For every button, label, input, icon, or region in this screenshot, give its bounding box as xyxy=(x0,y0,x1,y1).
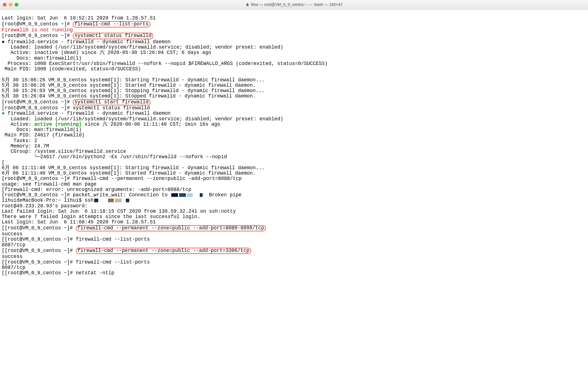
highlighted-command: systemctl status firewalld xyxy=(73,33,153,39)
log-line: 6月 06 11:11:40 VM_0_9_centos systemd[1]:… xyxy=(2,170,256,176)
line: Tasks: 2 xyxy=(2,138,37,144)
prompt: [root@VM_0_9_centos ~]# xyxy=(2,99,73,105)
line: Docs: man:firewalld(1) xyxy=(2,127,82,132)
line: 8087/tcp xyxy=(2,242,25,248)
prompt: [root@VM_0_9_centos ~]# xyxy=(5,259,76,265)
line: Process: 1008 ExecStart=/usr/sbin/firewa… xyxy=(2,61,328,66)
prompt: [root@VM_0_9_centos ~]# xyxy=(2,176,73,181)
redacted-block xyxy=(171,193,178,197)
status-dot-icon xyxy=(2,110,5,116)
line: Last login: Sat Jun 6 11:08:45 2020 from… xyxy=(2,219,156,225)
command: systemctl status firewalld xyxy=(73,105,150,111)
redacted-block xyxy=(108,199,114,202)
redacted-block xyxy=(126,199,129,202)
log-line: 5月 30 15:26:03 VM_0_9_centos systemd[1]:… xyxy=(2,88,265,94)
line: Broken pipe xyxy=(206,192,242,198)
highlighted-command: systemctl start firewalld xyxy=(73,99,150,106)
line: firewalld.service - firewalld - dynamic … xyxy=(5,39,171,45)
error-line: FirewallD is not running xyxy=(2,27,73,33)
prompt: [root@VM_0_9_centos ~]# xyxy=(5,270,76,276)
line: usage: see firewall-cmd man page xyxy=(2,181,96,187)
prompt: [root@VM_0_9_centos ~]# xyxy=(2,105,73,111)
redacted-block xyxy=(115,199,122,202)
status-dot-icon xyxy=(2,39,5,45)
prompt: [root@VM_0_9_centos ~]# xyxy=(2,21,73,27)
line: └─24617 /usr/bin/python2 -Es /usr/sbin/f… xyxy=(2,154,227,160)
line: Loaded: loaded (/usr/lib/systemd/system/… xyxy=(2,116,283,122)
home-icon xyxy=(245,3,249,6)
line: [ xyxy=(2,236,5,242)
line: success xyxy=(2,254,23,259)
window-title: lihui — root@VM_0_9_centos:~ — -bash — 1… xyxy=(245,3,343,7)
line: [ xyxy=(2,225,5,231)
line: [ xyxy=(2,187,5,192)
line: Loaded: loaded (/usr/lib/systemd/system/… xyxy=(2,44,283,50)
svg-rect-0 xyxy=(247,5,248,6)
line: Main PID: 1008 (code=exited, status=0/SU… xyxy=(2,66,141,72)
line: root@49.233.28.93's password: xyxy=(2,203,91,209)
active-running: active (running) xyxy=(34,121,82,127)
line: [ xyxy=(2,270,5,276)
minimize-button[interactable] xyxy=(9,3,12,6)
log-line: 5月 30 15:06:26 VM_0_9_centos systemd[1]:… xyxy=(2,77,265,83)
traffic-lights xyxy=(3,3,18,6)
local-prompt: lihuideMacBook-Pro:~ lihui$ xyxy=(2,197,85,203)
line: [ xyxy=(2,248,5,253)
line: Last failed login: Sat Jun 6 11:18:15 CS… xyxy=(2,208,236,214)
log-line: 6月 06 11:11:40 VM_0_9_centos systemd[1]:… xyxy=(2,165,265,171)
line: since 六 2020-06-06 11:11:40 CST; 1min 16… xyxy=(82,121,220,127)
zoom-button[interactable] xyxy=(15,3,18,6)
line: Active: inactive (dead) since 六 2020-05-… xyxy=(2,50,211,55)
line: 8087/tcp xyxy=(2,265,25,270)
line: There were 7 failed login attempts since… xyxy=(2,214,200,219)
line: Main PID: 24617 (firewalld) xyxy=(2,132,85,138)
line: [ xyxy=(2,160,5,165)
prompt: [root@VM_0_9_centos ~]# xyxy=(5,236,76,242)
log-line: 5月 30 15:26:04 VM_0_9_centos systemd[1]:… xyxy=(2,93,256,99)
line: [ xyxy=(2,259,5,265)
command: firewall-cmd --list-ports xyxy=(76,259,150,265)
command: ssh xyxy=(85,197,94,203)
highlighted-command: firewall-cmd --permanent --zone=public -… xyxy=(76,248,251,254)
redacted-block xyxy=(187,193,193,197)
command: firewall-cmd --permanent --zone=public -… xyxy=(73,176,242,181)
line: firewalld.service - firewalld - dynamic … xyxy=(5,110,171,116)
highlighted-command: firewall-cmd --permanent --zone=public -… xyxy=(76,225,266,232)
line: Last login: Sat Jun 6 10:52:21 2020 from… xyxy=(2,15,156,21)
line: success xyxy=(2,231,23,237)
log-line: 5月 30 15:06:26 VM_0_9_centos systemd[1]:… xyxy=(2,82,256,88)
window-titlebar: lihui — root@VM_0_9_centos:~ — -bash — 1… xyxy=(0,0,588,10)
prompt: [root@VM_0_9_centos ~]# xyxy=(5,225,76,231)
command: netstat -ntlp xyxy=(76,270,115,276)
line: CGroup: /system.slice/firewalld.service xyxy=(2,149,126,154)
line: Docs: man:firewalld(1) xyxy=(2,55,82,61)
command: firewall-cmd --list-ports xyxy=(76,236,150,242)
line: Memory: 24.7M xyxy=(2,143,49,149)
prompt: [root@VM_0_9_centos ~]# xyxy=(5,248,76,253)
redacted-block xyxy=(179,193,186,197)
highlighted-command: firewall-cmd --list-ports xyxy=(73,21,150,28)
close-button[interactable] xyxy=(3,3,6,6)
prompt: [root@VM_0_9_centos ~]# xyxy=(2,192,73,198)
terminal-content[interactable]: Last login: Sat Jun 6 10:52:21 2020 from… xyxy=(0,10,588,276)
window-title-text: lihui — root@VM_0_9_centos:~ — -bash — 1… xyxy=(251,3,343,7)
line: Active: xyxy=(2,121,34,127)
line: packet_write_wait: Connection to xyxy=(73,192,171,198)
redacted-block xyxy=(200,193,203,197)
prompt: [root@VM_0_9_centos ~]# xyxy=(2,33,73,38)
redacted-block xyxy=(94,199,98,202)
line: firewall-cmd: error: unrecognized argume… xyxy=(5,187,192,192)
